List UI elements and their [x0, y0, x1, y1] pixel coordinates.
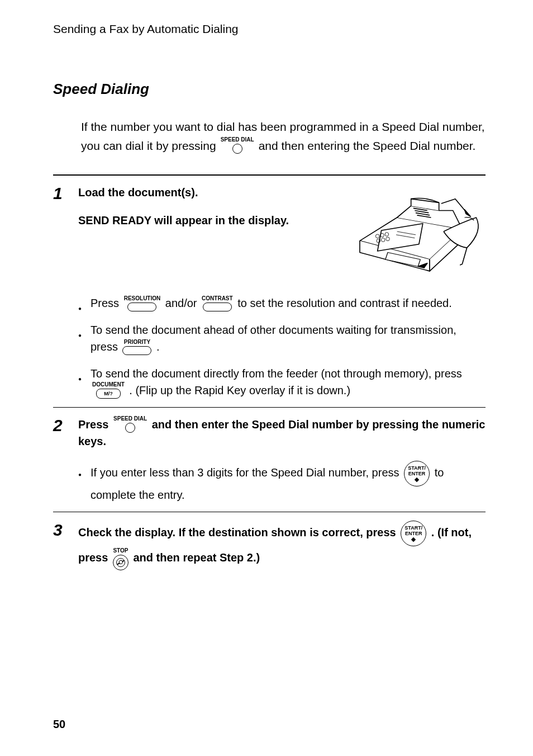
- section-title: Speed Dialing: [53, 81, 486, 98]
- bullet-icon: [78, 461, 91, 503]
- step1-bullet-2: To send the document ahead of other docu…: [78, 322, 486, 355]
- intro-line-2b: and then entering the Speed Dial number.: [259, 136, 476, 155]
- start-enter-bottom: ENTER: [405, 531, 422, 537]
- contrast-label: CONTRAST: [202, 296, 233, 301]
- step1-b3-text-b: . (Flip up the Rapid Key overlay if it i…: [129, 384, 350, 396]
- speed-dial-button-icon: SPEED DIAL: [113, 416, 147, 433]
- rounded-key-icon: [127, 303, 156, 311]
- intro-line-2a: you can dial it by pressing: [81, 136, 216, 155]
- step-number-2: 2: [53, 416, 78, 434]
- step2-heading: Press SPEED DIAL and then enter the Spee…: [78, 416, 486, 450]
- diamond-icon: [411, 537, 416, 542]
- step1-heading: Load the document(s).: [78, 184, 335, 201]
- priority-label: PRIORITY: [124, 339, 150, 345]
- document-label: DOCUMENT: [92, 382, 125, 388]
- stop-button-icon: STOP: [113, 546, 129, 570]
- fax-icon: [346, 184, 486, 279]
- step1-subheading: SEND READY will appear in the display.: [78, 212, 335, 229]
- intro-line-2: you can dial it by pressing SPEED DIAL a…: [81, 136, 486, 155]
- diamond-icon: [415, 478, 419, 482]
- intro-line-1: If the number you want to dial has been …: [81, 117, 486, 136]
- stop-slash-icon: [117, 560, 125, 565]
- start-enter-button-icon: START/ ENTER: [401, 521, 426, 546]
- step3-heading: Check the display. If the destination sh…: [78, 521, 486, 570]
- step-2: 2 Press SPEED DIAL and then enter the Sp…: [53, 408, 486, 512]
- step1-b1-text-c: to set the resolution and contrast if ne…: [237, 297, 452, 309]
- rounded-key-icon: [203, 303, 232, 311]
- step2-bullet-1: If you enter less than 3 digits for the …: [78, 461, 486, 503]
- speed-dial-button-icon: SPEED DIAL: [221, 137, 254, 154]
- step1-bullet-3: To send the document directly from the f…: [78, 365, 486, 399]
- step-number-1: 1: [53, 184, 78, 202]
- bullet-icon: [78, 365, 91, 399]
- step1-b2-text-b: .: [156, 341, 160, 353]
- speed-dial-label: SPEED DIAL: [113, 416, 147, 422]
- circle-icon: [125, 423, 135, 433]
- step3-head-c: and then repeat Step 2.): [134, 551, 260, 564]
- step1-b1-text-a: Press: [91, 297, 119, 309]
- contrast-button-icon: CONTRAST: [202, 296, 233, 311]
- step1-b3-text-a: To send the document directly from the f…: [91, 367, 462, 380]
- step-3: 3 Check the display. If the destination …: [53, 512, 486, 579]
- svg-marker-4: [465, 210, 471, 217]
- resolution-label: RESOLUTION: [124, 296, 161, 301]
- steps-container: 1 Load the document(s). SEND READY will …: [53, 174, 486, 579]
- intro-text: If the number you want to dial has been …: [81, 117, 486, 155]
- step-1: 1 Load the document(s). SEND READY will …: [53, 176, 486, 408]
- step1-bullet-1: Press RESOLUTION and/or CONTRAST to set …: [78, 295, 486, 311]
- stop-label: STOP: [113, 546, 128, 555]
- page-header: Sending a Fax by Automatic Dialing: [53, 22, 486, 36]
- circle-icon: [232, 144, 242, 154]
- resolution-button-icon: RESOLUTION: [124, 296, 161, 311]
- step2-head-a: Press: [78, 418, 109, 431]
- speed-dial-label: SPEED DIAL: [221, 137, 254, 143]
- document-button-icon: DOCUMENT M/?: [92, 382, 125, 399]
- fax-machine-illustration: [346, 184, 486, 284]
- start-enter-button-icon: START/ ENTER: [404, 461, 430, 486]
- manual-page: Sending a Fax by Automatic Dialing Speed…: [0, 0, 533, 756]
- step-number-3: 3: [53, 521, 78, 539]
- start-enter-bottom: ENTER: [408, 471, 426, 477]
- stop-inner-icon: [116, 558, 125, 567]
- rounded-key-icon: [122, 346, 151, 355]
- bullet-icon: [78, 322, 91, 355]
- step3-head-a: Check the display. If the destination sh…: [78, 526, 396, 538]
- bullet-icon: [78, 295, 91, 311]
- step2-b1-text-a: If you enter less than 3 digits for the …: [91, 466, 399, 479]
- priority-button-icon: PRIORITY: [122, 339, 151, 355]
- m-key-icon: M/?: [96, 389, 121, 399]
- stop-outer-icon: [113, 555, 129, 570]
- page-number: 50: [53, 718, 65, 731]
- step1-b1-text-b: and/or: [165, 297, 197, 309]
